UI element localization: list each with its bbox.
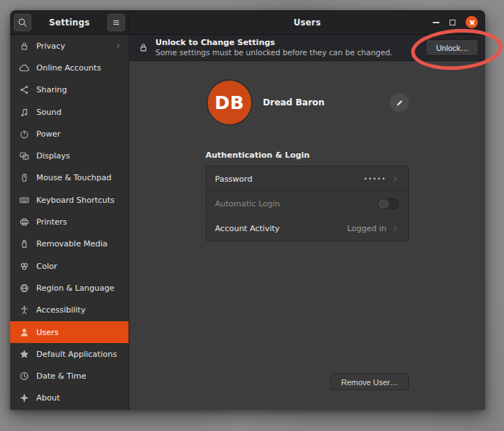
sidebar-item-label: Displays — [36, 151, 70, 161]
sidebar-item-label: Sharing — [36, 85, 67, 94]
sidebar-item-label: Power — [36, 129, 60, 139]
auth-row-label: Account Activity — [215, 224, 280, 233]
sidebar: PrivacyOnline AccountsSharingSoundPowerD… — [10, 35, 129, 410]
sidebar-item-label: Printers — [36, 217, 67, 227]
sidebar-item-label: Color — [36, 262, 57, 271]
maximize-button[interactable] — [450, 20, 455, 25]
banner-subtitle: Some settings must be unlocked before th… — [155, 48, 419, 57]
app-title: Settings — [31, 17, 107, 28]
accessibility-icon — [19, 305, 30, 315]
auth-row-account-activity[interactable]: Account ActivityLogged in — [206, 216, 408, 241]
sidebar-item-power[interactable]: Power — [10, 123, 129, 145]
close-button[interactable] — [466, 16, 478, 28]
toggle-knob — [378, 199, 389, 209]
sidebar-item-users[interactable]: Users — [10, 321, 129, 343]
maximize-icon — [450, 20, 455, 25]
displays-icon — [19, 150, 30, 161]
usb-icon — [19, 238, 30, 249]
unlock-banner: Unlock to Change Settings Some settings … — [129, 35, 485, 61]
sidebar-item-removable-media[interactable]: Removable Media — [10, 233, 129, 255]
minimize-icon — [433, 22, 439, 23]
sidebar-item-keyboard-shortcuts[interactable]: Keyboard Shortcuts — [10, 189, 129, 211]
users-icon — [19, 327, 30, 338]
sidebar-item-about[interactable]: About — [10, 387, 129, 409]
sidebar-header: Settings — [10, 10, 129, 34]
power-icon — [19, 129, 30, 140]
keyboard-icon — [19, 195, 30, 206]
chevron-right-icon — [391, 225, 399, 233]
sidebar-list: PrivacyOnline AccountsSharingSoundPowerD… — [10, 35, 129, 409]
music-note-icon — [19, 107, 30, 118]
automatic-login-toggle[interactable] — [378, 198, 399, 209]
sidebar-item-label: Accessibility — [36, 305, 86, 315]
sidebar-item-mouse-touchpad[interactable]: Mouse & Touchpad — [10, 167, 129, 189]
clock-icon — [19, 371, 30, 382]
window-body: PrivacyOnline AccountsSharingSoundPowerD… — [10, 35, 485, 410]
auth-row-value: Logged in — [347, 224, 386, 233]
user-detail-panel: DB Dread Baron Authentication & Login Pa… — [206, 61, 409, 410]
sidebar-item-accessibility[interactable]: Accessibility — [10, 299, 129, 321]
edit-user-button[interactable] — [390, 93, 409, 112]
chevron-right-icon — [391, 175, 399, 183]
titlebar: Settings Users — [10, 10, 485, 35]
star-icon — [19, 349, 30, 360]
remove-user-button[interactable]: Remove User… — [330, 374, 409, 390]
sidebar-item-displays[interactable]: Displays — [10, 145, 129, 166]
search-icon — [17, 17, 28, 28]
users-panel: Unlock to Change Settings Some settings … — [129, 35, 485, 410]
settings-window: Settings Users PrivacyOnline AccountsSha… — [10, 10, 485, 410]
auth-row-password[interactable]: Password••••• — [206, 166, 408, 191]
user-row: DB Dread Baron — [206, 81, 409, 124]
cloud-icon — [19, 63, 30, 73]
sidebar-item-privacy[interactable]: Privacy — [10, 35, 129, 57]
sidebar-item-label: Mouse & Touchpad — [36, 173, 112, 182]
auth-section-heading: Authentication & Login — [206, 150, 409, 160]
sidebar-item-label: Online Accounts — [36, 63, 101, 73]
sidebar-item-label: Default Applications — [36, 350, 117, 359]
sidebar-item-label: Users — [36, 328, 59, 337]
sidebar-item-label: Region & Language — [36, 283, 115, 293]
sidebar-item-sound[interactable]: Sound — [10, 101, 129, 123]
menu-button[interactable] — [107, 14, 125, 31]
mouse-icon — [19, 172, 30, 183]
lock-icon — [19, 41, 30, 52]
avatar: DB — [208, 81, 251, 124]
banner-texts: Unlock to Change Settings Some settings … — [155, 38, 419, 57]
unlock-button[interactable]: Unlock… — [426, 39, 479, 56]
sidebar-item-color[interactable]: Color — [10, 255, 129, 277]
auth-list: Password•••••Automatic LoginAccount Acti… — [206, 166, 409, 241]
sidebar-item-label: Removable Media — [36, 239, 107, 249]
sparkle-icon — [19, 392, 30, 403]
sidebar-item-label: Sound — [36, 108, 62, 117]
lock-icon — [138, 42, 149, 53]
auth-row-label: Automatic Login — [215, 199, 280, 209]
sidebar-item-date-time[interactable]: Date & Time — [10, 365, 129, 387]
window-controls — [433, 16, 485, 28]
chevron-right-icon — [115, 42, 122, 49]
minimize-button[interactable] — [433, 22, 439, 23]
desktop-background: Settings Users PrivacyOnline AccountsSha… — [0, 0, 504, 431]
sidebar-item-online-accounts[interactable]: Online Accounts — [10, 57, 129, 78]
auth-row-value: ••••• — [364, 176, 386, 182]
auth-row-label: Password — [215, 174, 252, 184]
globe-icon — [19, 283, 30, 294]
sidebar-item-label: Date & Time — [36, 371, 86, 381]
sidebar-item-printers[interactable]: Printers — [10, 211, 129, 233]
hamburger-icon — [111, 17, 121, 28]
color-icon — [19, 261, 30, 272]
sidebar-item-region-language[interactable]: Region & Language — [10, 277, 129, 299]
sidebar-item-sharing[interactable]: Sharing — [10, 79, 129, 101]
sidebar-item-label: About — [36, 393, 60, 403]
footer-row: Remove User… — [206, 374, 409, 390]
page-title: Users — [129, 17, 485, 28]
user-name: Dread Baron — [263, 97, 325, 108]
pencil-icon — [395, 98, 405, 108]
printer-icon — [19, 217, 30, 227]
search-button[interactable] — [14, 14, 31, 31]
content-header: Users — [129, 10, 485, 34]
sidebar-item-default-applications[interactable]: Default Applications — [10, 343, 129, 365]
sidebar-item-label: Keyboard Shortcuts — [36, 196, 115, 205]
auth-row-automatic-login: Automatic Login — [206, 191, 408, 216]
share-icon — [19, 84, 30, 95]
banner-title: Unlock to Change Settings — [155, 38, 419, 48]
